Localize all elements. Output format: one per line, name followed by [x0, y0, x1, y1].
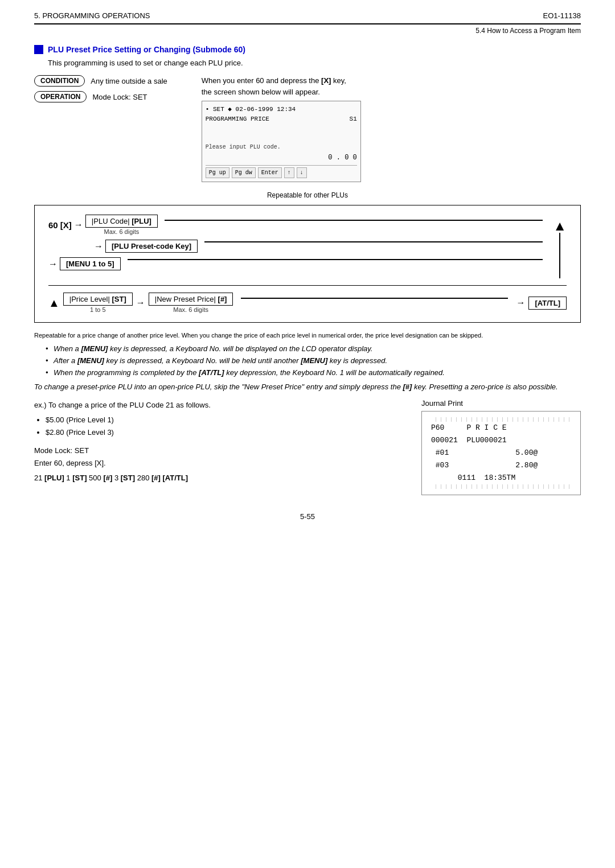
operation-text: Mode Lock: SET [92, 93, 147, 101]
repeatable-bottom-note: Repeatable for a price change of another… [34, 332, 581, 339]
example-bullet-1: $5.00 (Price Level 1) [46, 414, 399, 426]
lcd-pgup-btn[interactable]: Pg up [206, 167, 229, 178]
lcd-enter-btn[interactable]: Enter [258, 167, 282, 178]
menu-box: [MENU 1 to 5] [60, 257, 121, 270]
right-screen-block: When you enter 60 and depress the [X] ke… [202, 75, 581, 182]
bullet-item-1: When a [MENU] key is depressed, a Keyboa… [46, 344, 581, 353]
flow-arrow3: → [48, 260, 58, 269]
flow-separator [48, 285, 567, 286]
bullet-list: When a [MENU] key is depressed, a Keyboa… [46, 344, 581, 377]
flow-row2: → [PLU Preset-code Key] [94, 240, 547, 253]
condition-operation-block: CONDITION Any time outside a sale OPERAT… [34, 75, 581, 182]
example-left: ex.) To change a price of the PLU Code 2… [34, 399, 399, 485]
example-enter-line: Enter 60, depress [X]. [34, 457, 399, 470]
condition-badge: CONDITION [34, 75, 85, 87]
example-key-sequence: 21 [PLU] 1 [ST] 500 [#] 3 [ST] 280 [#] [… [34, 472, 399, 484]
flow-arrow-lower2: → [516, 298, 525, 307]
condition-text: Any time outside a sale [91, 77, 167, 85]
flow-lower-left-arrow: ▲ [48, 297, 60, 310]
flow-diagram: 60 [X] → |PLU Code| [PLU] Max. 6 digits … [34, 205, 581, 323]
attl-box: [AT/TL] [528, 297, 567, 310]
chapter-title: 5. PROGRAMMING OPERATIONS [34, 11, 150, 20]
lcd-line1: • SET ◆ 02-06-1999 12:34 [206, 105, 357, 114]
plu-note: Max. 6 digits [104, 228, 140, 235]
flow-lower-row: ▲ |Price Level| [ST] 1 to 5 → |New Prese… [48, 293, 567, 313]
lcd-up-btn[interactable]: ↑ [284, 167, 294, 178]
journal-line-3: #01 5.00@ [431, 447, 571, 459]
lcd-price: 0 . 0 0 [206, 153, 357, 163]
operation-row: OPERATION Mode Lock: SET [34, 91, 167, 102]
operation-badge: OPERATION [34, 91, 87, 102]
repeatable-top-note: Repeatable for other PLUs [34, 191, 581, 199]
section-title-text: PLU Preset Price Setting or Changing (Su… [48, 45, 245, 54]
journal-line-4: #03 2.80@ [431, 459, 571, 472]
example-block: ex.) To change a price of the PLU Code 2… [34, 399, 581, 495]
journal-box: P60 P R I C E 000021 PLU000021 #01 5.00@… [421, 411, 581, 495]
example-right: Journal Print P60 P R I C E 000021 PLU00… [421, 399, 581, 495]
page-header: 5. PROGRAMMING OPERATIONS EO1-11138 [34, 11, 581, 24]
lcd-down-btn[interactable]: ↓ [297, 167, 307, 178]
plu-preset-key-box: [PLU Preset-code Key] [105, 240, 198, 253]
lcd-prompt: Please input PLU code. [206, 143, 357, 151]
lcd-line2: PROGRAMMING PRICE S1 [206, 114, 357, 124]
bullet-item-3: When the programming is completed by the… [46, 368, 581, 377]
journal-line-1: P60 P R I C E [431, 422, 571, 434]
flow-arrow1: → [74, 220, 83, 229]
return-up-arrow: ▲ [553, 219, 567, 233]
new-preset-price-box: |New Preset Price| [#] [149, 293, 233, 306]
italic-paragraph: To change a preset-price PLU into an ope… [34, 382, 581, 391]
lcd-line1-text: • SET ◆ 02-06-1999 12:34 [206, 105, 296, 114]
example-bullet-2: $2.80 (Price Level 3) [46, 426, 399, 439]
plu-bold: [PLU] [132, 217, 151, 225]
lcd-pgdw-btn[interactable]: Pg dw [232, 167, 256, 178]
left-conditions: CONDITION Any time outside a sale OPERAT… [34, 75, 167, 102]
flow-arrow2: → [94, 242, 103, 251]
bullet-item-2: After a [MENU] key is depressed, a Keybo… [46, 356, 581, 365]
flow-row1: 60 [X] → |PLU Code| [PLU] Max. 6 digits [48, 215, 547, 235]
journal-line-5: 0111 18:35TM [431, 472, 571, 484]
price-level-box: |Price Level| [ST] [63, 293, 133, 306]
plu-code-box: |PLU Code| [PLU] [85, 215, 158, 228]
journal-label: Journal Print [421, 399, 581, 408]
lcd-screen: • SET ◆ 02-06-1999 12:34 PROGRAMMING PRI… [202, 101, 361, 182]
new-preset-note: Max. 6 digits [173, 306, 208, 313]
condition-row: CONDITION Any time outside a sale [34, 75, 167, 87]
price-level-note: 1 to 5 [90, 306, 106, 313]
example-mode-lock: Mode Lock: SET [34, 445, 399, 457]
flow-row3: → [MENU 1 to 5] [48, 257, 547, 270]
lcd-buttons: Pg up Pg dw Enter ↑ ↓ [206, 165, 357, 178]
lcd-line2-text: PROGRAMMING PRICE [206, 114, 269, 124]
blue-square-icon [34, 45, 43, 54]
example-intro: ex.) To change a price of the PLU Code 2… [34, 399, 399, 412]
section-title-block: PLU Preset Price Setting or Changing (Su… [34, 45, 581, 54]
page-number: 5-55 [34, 512, 581, 521]
section-description: This programming is used to set or chang… [48, 59, 581, 67]
flow-start-label: 60 [X] [48, 220, 72, 230]
flow-arrow-lower1: → [136, 298, 145, 307]
journal-line-2: 000021 PLU000021 [431, 434, 571, 447]
section-subtitle: 5.4 How to Access a Program Item [34, 27, 581, 35]
screen-intro-text: When you enter 60 and depress the [X] ke… [202, 75, 581, 97]
doc-number: EO1-11138 [543, 11, 581, 20]
lcd-s1: S1 [350, 114, 357, 124]
